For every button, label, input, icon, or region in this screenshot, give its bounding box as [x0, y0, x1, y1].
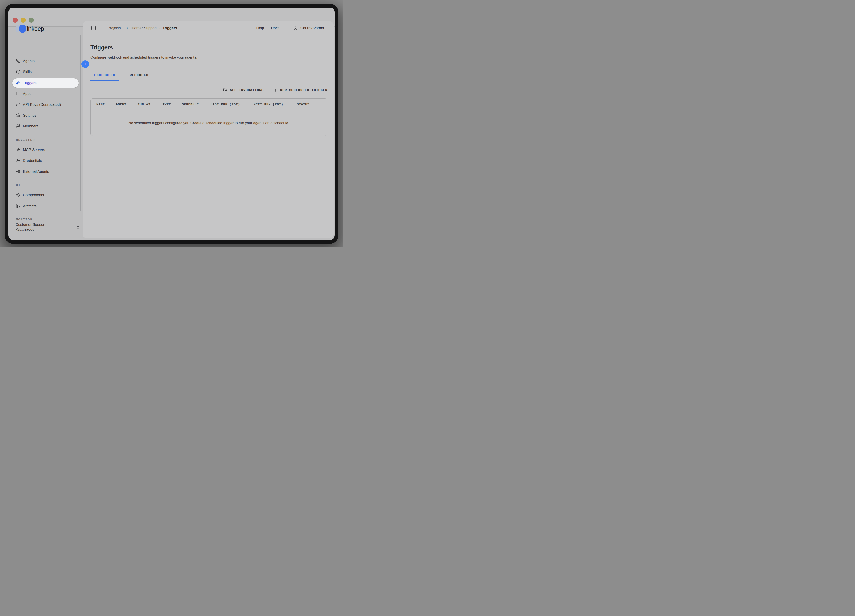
- screen: inkeep Agents Skills Triggers: [0, 0, 343, 247]
- sidebar-section-register: REGISTER: [16, 137, 35, 143]
- hexagon-icon: [16, 69, 20, 74]
- sidebar-toggle-button[interactable]: [91, 25, 96, 31]
- main-panel: Projects › Customer Support › Triggers H…: [83, 21, 334, 238]
- sidebar-item-skills[interactable]: Skills: [12, 66, 79, 77]
- page-title: Triggers: [90, 44, 327, 51]
- table-header-row: NAME AGENT RUN AS TYPE SCHEDULE LAST RUN…: [90, 99, 327, 110]
- scheduled-triggers-table: NAME AGENT RUN AS TYPE SCHEDULE LAST RUN…: [90, 98, 327, 136]
- column-header-status: STATUS: [297, 99, 310, 110]
- workflow-icon: [16, 58, 20, 63]
- sidebar-item-members[interactable]: Members: [12, 121, 79, 132]
- sidebar-item-artifacts[interactable]: Artifacts: [12, 201, 79, 211]
- sidebar-item-credentials[interactable]: Credentials: [12, 155, 79, 166]
- traffic-lights: [13, 18, 34, 23]
- help-link[interactable]: Help: [256, 26, 264, 30]
- sidebar-section-monitor: MONITOR: [16, 217, 32, 222]
- page-content: Triggers Configure webhook and scheduled…: [90, 35, 327, 136]
- sidebar-item-settings[interactable]: Settings: [12, 110, 79, 121]
- close-button[interactable]: [13, 18, 18, 23]
- sidebar-item-label: Agents: [23, 59, 35, 63]
- empty-state-message: No scheduled triggers configured yet. Cr…: [129, 121, 289, 125]
- sidebar-section-ui: UI: [16, 182, 21, 188]
- table-actions: ALL INVOCATIONS NEW SCHEDULED TRIGGER: [90, 86, 327, 95]
- project-name: Customer Support: [15, 222, 78, 227]
- sidebar-item-triggers[interactable]: Triggers: [12, 78, 78, 87]
- all-invocations-label: ALL INVOCATIONS: [230, 88, 264, 92]
- header-right: Help Docs Gaurav Varma: [256, 25, 324, 31]
- breadcrumb-separator: ›: [159, 26, 160, 30]
- plus-icon: [273, 88, 277, 92]
- breadcrumb-separator: ›: [123, 26, 124, 30]
- minimize-button[interactable]: [21, 18, 26, 23]
- annotation-step-badge: 1: [81, 60, 89, 68]
- column-header-next-run: NEXT RUN (PDT): [254, 99, 283, 110]
- sidebar-item-label: Members: [23, 124, 38, 128]
- sidebar-item-label: API Keys (Deprecated): [23, 103, 61, 107]
- new-scheduled-trigger-label: NEW SCHEDULED TRIGGER: [280, 88, 327, 92]
- zoom-button[interactable]: [29, 18, 34, 23]
- key-icon: [16, 102, 20, 107]
- sidebar-item-label: Triggers: [23, 81, 37, 85]
- library-icon: [16, 204, 20, 208]
- components-icon: [16, 193, 20, 197]
- sidebar: inkeep Agents Skills Triggers: [8, 26, 83, 240]
- project-environment: default: [15, 228, 78, 232]
- breadcrumb: Projects › Customer Support › Triggers: [107, 26, 177, 30]
- sidebar-item-api-keys[interactable]: API Keys (Deprecated): [12, 99, 79, 110]
- column-header-name: NAME: [97, 99, 105, 110]
- app-window: inkeep Agents Skills Triggers: [8, 8, 335, 240]
- lock-icon: [16, 158, 20, 163]
- tab-webhooks[interactable]: WEBHOOKS: [126, 74, 152, 80]
- all-invocations-button[interactable]: ALL INVOCATIONS: [223, 88, 264, 92]
- column-header-run-as: RUN AS: [138, 99, 150, 110]
- inkeep-logo-text: inkeep: [27, 25, 44, 32]
- sidebar-item-label: Settings: [23, 113, 36, 118]
- sidebar-item-apps[interactable]: Apps: [12, 88, 79, 99]
- chevrons-up-down-icon: [76, 225, 80, 229]
- column-header-last-run: LAST RUN (PDT): [210, 99, 240, 110]
- panel-header: Projects › Customer Support › Triggers H…: [83, 21, 334, 35]
- sidebar-item-label: MCP Servers: [23, 148, 45, 152]
- inkeep-logo: inkeep: [15, 24, 44, 33]
- globe-icon: [16, 169, 20, 174]
- docs-link[interactable]: Docs: [271, 26, 279, 30]
- header-divider: [287, 25, 287, 31]
- column-header-schedule: SCHEDULE: [182, 99, 199, 110]
- tab-scheduled[interactable]: SCHEDULED: [90, 74, 119, 80]
- breadcrumb-current: Triggers: [163, 26, 177, 30]
- sidebar-scrollbar[interactable]: [80, 35, 81, 211]
- gear-icon: [16, 113, 20, 118]
- sidebar-item-components[interactable]: Components: [12, 190, 79, 200]
- inkeep-logo-icon: [15, 25, 25, 33]
- table-empty-state: No scheduled triggers configured yet. Cr…: [90, 110, 327, 136]
- sidebar-item-label: Artifacts: [23, 204, 37, 208]
- project-switcher[interactable]: Customer Support default: [15, 222, 78, 232]
- sidebar-item-external-agents[interactable]: External Agents: [12, 166, 79, 177]
- sidebar-item-label: Apps: [23, 92, 31, 96]
- breadcrumb-project[interactable]: Customer Support: [127, 26, 157, 30]
- column-header-type: TYPE: [162, 99, 171, 110]
- zap-icon: [16, 81, 20, 85]
- page-description: Configure webhook and scheduled triggers…: [90, 55, 327, 60]
- sidebar-item-label: Components: [23, 193, 44, 197]
- users-icon: [16, 124, 20, 128]
- header-divider: [101, 25, 102, 31]
- breadcrumb-projects[interactable]: Projects: [107, 26, 121, 30]
- user-name: Gaurav Varma: [300, 26, 324, 30]
- sidebar-item-agents[interactable]: Agents: [12, 55, 79, 66]
- app-window-icon: [16, 91, 20, 96]
- history-icon: [223, 88, 227, 92]
- tab-bar: SCHEDULED WEBHOOKS: [90, 74, 327, 80]
- column-header-agent: AGENT: [116, 99, 126, 110]
- mcp-icon: [16, 147, 20, 152]
- new-scheduled-trigger-button[interactable]: NEW SCHEDULED TRIGGER: [273, 88, 327, 92]
- sidebar-item-label: Credentials: [23, 159, 42, 163]
- sidebar-item-mcp-servers[interactable]: MCP Servers: [12, 144, 79, 155]
- user-menu[interactable]: Gaurav Varma: [293, 26, 324, 30]
- user-icon: [293, 26, 298, 30]
- sidebar-item-label: External Agents: [23, 170, 49, 174]
- sidebar-item-label: Skills: [23, 70, 32, 74]
